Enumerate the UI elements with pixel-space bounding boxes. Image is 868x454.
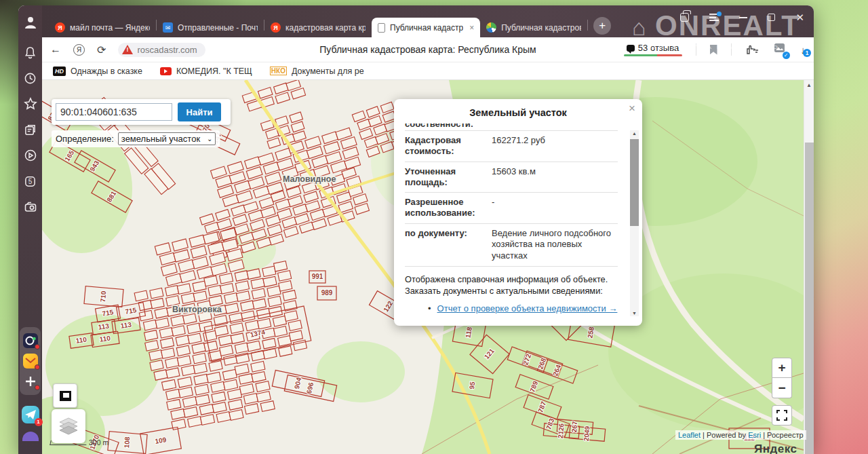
pkk-favicon: [486, 22, 496, 33]
tab-label: Отправленные - Почта: [178, 23, 258, 33]
page-scrollbar[interactable]: ▲: [804, 80, 814, 454]
zoom-in-button[interactable]: +: [772, 358, 792, 378]
address-bar: ← Я ⟳ roscadastr.com Публичная кадастров…: [42, 37, 814, 62]
zoom-controls: + −: [772, 358, 792, 398]
reload-button[interactable]: ⟳: [97, 43, 106, 56]
telegram-app-icon[interactable]: 1: [22, 406, 39, 423]
popup-scrollbar[interactable]: ▲ ▼: [630, 130, 639, 316]
site-reviews[interactable]: 53 отзыва: [624, 43, 682, 56]
reviews-bubble-icon: [627, 45, 635, 52]
document-favicon: [378, 23, 385, 33]
tab-label: Публичная кадастр: [390, 23, 463, 33]
telegram-badge: 1: [35, 418, 43, 426]
table-row: Разрешенное использование: -: [405, 192, 618, 223]
zoom-out-button[interactable]: −: [772, 378, 792, 398]
screenshot-camera-icon[interactable]: [18, 194, 42, 220]
tab-close-icon[interactable]: ×: [469, 23, 474, 33]
parcel-number-label: 991: [312, 273, 323, 280]
tab-panel-icon[interactable]: [680, 13, 689, 22]
new-tab-button[interactable]: +: [593, 17, 611, 35]
parcel-number-label: 2126: [557, 423, 566, 439]
overview-map-button[interactable]: [53, 383, 77, 408]
popup-close-icon[interactable]: ×: [629, 102, 635, 115]
bookmark-item[interactable]: НКО Документы для ре: [270, 67, 364, 76]
sidebar-app-cluster: [20, 327, 41, 395]
cadastral-search-panel: Найти: [52, 99, 231, 125]
esri-link[interactable]: Esri: [748, 431, 761, 439]
download-count-badge: 1: [803, 49, 811, 57]
scroll-thumb[interactable]: [630, 139, 639, 226]
parcel-number-label: 267: [570, 421, 578, 433]
parcel-number-label: 2049: [583, 425, 591, 442]
parcel-number-label: 113: [120, 321, 132, 330]
feed-pages-icon[interactable]: [18, 117, 42, 143]
mail-app-icon[interactable]: [23, 354, 38, 368]
yandex-logo: Яндекс: [754, 442, 797, 454]
parcel-number-label: 110: [75, 336, 87, 345]
map-extent-icon: [60, 391, 71, 401]
youtube-icon: [160, 67, 172, 75]
clipped-row: собственности:: [405, 124, 618, 130]
bookmark-label: Документы для ре: [292, 67, 364, 76]
definition-row: Определение: земельный участок ⌄: [52, 130, 220, 147]
five-badge-label: 5: [28, 178, 33, 185]
fullscreen-button[interactable]: [772, 405, 792, 425]
five-badge-icon[interactable]: 5: [18, 168, 42, 194]
history-clock-icon[interactable]: [18, 65, 42, 91]
scroll-down-icon[interactable]: ▼: [630, 311, 639, 316]
scrollbar-up-icon[interactable]: ▲: [804, 80, 814, 90]
tab-label: Публичная кадастрова: [501, 23, 581, 33]
bookmark-item[interactable]: КОМЕДИЯ. "К ТЕЩ: [160, 67, 252, 76]
rating-bar: [624, 54, 682, 56]
notifications-bell-icon[interactable]: [18, 39, 42, 65]
window-controls: ✕: [680, 12, 804, 22]
page-title: Публичная кадастровая карта: Республика …: [319, 44, 536, 55]
tab-sent-mail[interactable]: ✉ Отправленные - Почта: [157, 18, 264, 37]
yandex-favicon: Я: [271, 22, 281, 33]
scale-bar: 300 m: [50, 438, 108, 447]
map-area[interactable]: 8751659438817031147710715715113113110110…: [42, 80, 814, 454]
messenger-app-icon[interactable]: [23, 333, 38, 348]
tab-cadastr-search[interactable]: Я кадастровая карта кры: [264, 18, 372, 37]
bookmarks-bar: HD Однажды в сказке КОМЕДИЯ. "К ТЕЩ НКО …: [42, 62, 814, 80]
tab-public-cadastral-map-2[interactable]: Публичная кадастрова: [480, 18, 587, 37]
add-app-plus-icon[interactable]: [23, 374, 38, 389]
notification-dot: [717, 12, 722, 16]
scroll-up-icon[interactable]: ▲: [630, 131, 639, 136]
yandex-services-icon[interactable]: Я: [73, 44, 85, 56]
parcel-number-label: 110: [99, 335, 111, 343]
find-button[interactable]: Найти: [178, 102, 221, 121]
parcel-info-popup: × Земельный участок собственности: Кадас…: [394, 99, 642, 326]
parcel-number-label: 113: [98, 322, 110, 331]
maximize-button[interactable]: [768, 14, 775, 21]
tab-public-cadastral-map-active[interactable]: Публичная кадастр ×: [372, 18, 480, 37]
menu-icon[interactable]: [709, 14, 719, 21]
table-row: Кадастровая стоимость: 162271.2 руб: [405, 130, 618, 162]
tab-label: майл почта — Яндекс: [70, 23, 150, 33]
scrollbar-thumb[interactable]: [805, 143, 814, 454]
reviews-count: 53 отзыва: [638, 43, 679, 53]
tab-mail-home[interactable]: Я майл почта — Яндекс: [49, 18, 156, 37]
close-button[interactable]: ✕: [795, 12, 804, 22]
minimize-button[interactable]: [739, 17, 747, 18]
hd-badge-icon: HD: [53, 67, 66, 76]
definition-select[interactable]: земельный участок ⌄: [118, 132, 216, 145]
check-badge: ✓: [783, 52, 790, 59]
bookmark-flag-icon[interactable]: [710, 45, 717, 55]
reactions-thumbs-icon[interactable]: [745, 43, 760, 56]
image-translate-icon[interactable]: ✓: [774, 43, 787, 57]
bookmark-item[interactable]: HD Однажды в сказке: [53, 67, 142, 76]
nko-badge-icon: НКО: [270, 67, 287, 75]
leaflet-link[interactable]: Leaflet: [678, 431, 701, 439]
video-play-icon[interactable]: [18, 143, 42, 168]
bottom-app-icon[interactable]: [22, 432, 39, 441]
popup-table: собственности: Кадастровая стоимость: 16…: [405, 124, 631, 267]
site-identity-pill[interactable]: roscadastr.com: [118, 43, 205, 57]
downloads-icon[interactable]: ↓ 1: [801, 44, 806, 56]
profile-avatar[interactable]: [18, 5, 42, 39]
back-button[interactable]: ←: [50, 43, 61, 56]
report-link[interactable]: Отчет о проверке объекта недвижимости →: [437, 303, 618, 314]
bookmarks-star-icon[interactable]: [18, 91, 42, 117]
cadastral-number-input[interactable]: [56, 103, 172, 121]
bullet: •: [428, 303, 431, 314]
